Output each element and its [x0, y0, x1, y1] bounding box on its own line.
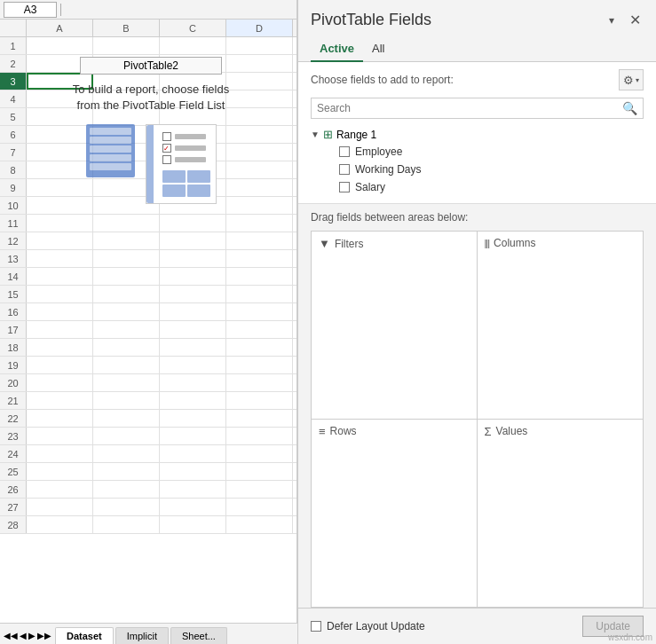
- search-icon: 🔍: [622, 101, 637, 115]
- columns-label: Columns: [494, 237, 535, 249]
- area-filters[interactable]: ▼ Filters: [312, 232, 478, 420]
- panel-body: Choose fields to add to report: ⚙ ▾ 🔍 ▼ …: [298, 62, 656, 608]
- gear-dropdown-arrow: ▾: [636, 76, 639, 84]
- panel-title: PivotTable Fields: [311, 11, 431, 29]
- grid-row-13: 13: [0, 250, 296, 268]
- rows-label: Rows: [330, 425, 357, 437]
- illus-cb-3: [162, 155, 171, 164]
- grid-row-25: 25: [0, 463, 296, 481]
- row-num-4: 4: [0, 90, 27, 107]
- panel-footer: Defer Layout Update Update: [298, 608, 656, 644]
- filters-label: Filters: [335, 238, 364, 250]
- sheet-tabs: ◀◀ ◀ ▶ ▶▶ Dataset Implicit Sheet...: [0, 623, 297, 644]
- panel-tabs: Active All: [298, 36, 656, 62]
- grid-row-22: 22: [0, 410, 296, 428]
- row-num-1: 1: [0, 37, 27, 54]
- columns-icon: |||: [485, 238, 490, 248]
- pivot-instruction: To build a report, choose fields from th…: [27, 82, 275, 114]
- area-columns-header: ||| Columns: [485, 237, 636, 249]
- panel-header-icons: ▾ ✕: [603, 12, 644, 29]
- table-grid-icon: ⊞: [323, 128, 333, 141]
- grid-row-14: 14: [0, 268, 296, 286]
- field-tree: ▼ ⊞ Range 1 Employee Working Days Salary: [311, 126, 644, 196]
- filters-icon: ▼: [319, 237, 330, 250]
- areas-grid: ▼ Filters ||| Columns ≡ Rows: [311, 231, 644, 608]
- defer-row: Defer Layout Update: [311, 620, 425, 632]
- formula-divider: [60, 4, 61, 16]
- grid-row-20: 20: [0, 374, 296, 392]
- search-input[interactable]: [317, 102, 622, 114]
- row-col-spacer: [0, 20, 27, 36]
- illus-table-icon: [86, 124, 135, 177]
- field-checkbox-salary[interactable]: [339, 182, 350, 192]
- sheet-tab-implicit[interactable]: Implicit: [115, 627, 169, 644]
- illus-cb-2: ✓: [162, 144, 171, 153]
- field-checkbox-workingdays[interactable]: [339, 164, 350, 175]
- col-header-a[interactable]: A: [27, 20, 93, 36]
- pivot-content-overlay: PivotTable2 To build a report, choose fi…: [27, 57, 275, 204]
- field-checkbox-employee[interactable]: [339, 146, 350, 157]
- panel-dropdown-btn[interactable]: ▾: [603, 12, 620, 29]
- illus-page-icon: ✓: [146, 124, 217, 204]
- tab-all[interactable]: All: [363, 36, 393, 62]
- sheet-tab-sheet[interactable]: Sheet...: [170, 627, 227, 644]
- fields-header: Choose fields to add to report: ⚙ ▾: [311, 69, 644, 90]
- area-values-header: Σ Values: [485, 425, 636, 438]
- grid-row-16: 16: [0, 303, 296, 321]
- values-label: Values: [496, 425, 528, 437]
- fields-section: Choose fields to add to report: ⚙ ▾ 🔍 ▼ …: [298, 62, 656, 204]
- defer-label: Defer Layout Update: [327, 620, 425, 632]
- tree-parent-label: Range 1: [336, 129, 376, 141]
- tree-item-workingdays: Working Days: [311, 161, 644, 178]
- col-header-b[interactable]: B: [93, 20, 160, 36]
- tree-item-salary: Salary: [311, 178, 644, 196]
- grid-row-18: 18: [0, 339, 296, 357]
- defer-checkbox[interactable]: [311, 621, 321, 632]
- watermark: wsxdn.com: [608, 632, 652, 642]
- field-name-salary: Salary: [355, 181, 385, 193]
- area-values[interactable]: Σ Values: [478, 420, 644, 608]
- cell-c1[interactable]: [160, 37, 226, 54]
- values-icon: Σ: [485, 425, 492, 438]
- cell-a1[interactable]: [27, 37, 93, 54]
- field-name-employee: Employee: [355, 145, 402, 158]
- area-rows-header: ≡ Rows: [319, 425, 470, 438]
- area-filters-header: ▼ Filters: [319, 237, 470, 250]
- areas-section: Drag fields between areas below: ▼ Filte…: [298, 204, 656, 608]
- col-header-d[interactable]: D: [226, 20, 293, 36]
- tree-expand-arrow: ▼: [311, 130, 320, 139]
- grid-row-15: 15: [0, 286, 296, 303]
- field-name-workingdays: Working Days: [355, 163, 421, 176]
- tab-scroll-arrows[interactable]: ◀◀ ◀ ▶ ▶▶: [0, 627, 55, 644]
- col-headers: A B C D: [0, 20, 296, 37]
- row-num-2: 2: [0, 55, 27, 72]
- search-box[interactable]: 🔍: [311, 98, 644, 119]
- sheet-tab-dataset[interactable]: Dataset: [55, 627, 114, 644]
- areas-drag-label: Drag fields between areas below:: [311, 211, 644, 224]
- fields-label: Choose fields to add to report:: [311, 74, 454, 86]
- panel-header: PivotTable Fields ▾ ✕: [298, 0, 656, 36]
- grid-row-28: 28: [0, 516, 296, 534]
- tab-active[interactable]: Active: [311, 36, 363, 62]
- grid-row-27: 27: [0, 499, 296, 516]
- pivot-table-title: PivotTable2: [80, 57, 222, 75]
- cell-d1[interactable]: [226, 37, 293, 54]
- gear-button[interactable]: ⚙ ▾: [619, 69, 644, 90]
- tree-parent-range1[interactable]: ▼ ⊞ Range 1: [311, 126, 644, 143]
- cell-b1[interactable]: [93, 37, 160, 54]
- area-columns[interactable]: ||| Columns: [478, 232, 644, 420]
- formula-input[interactable]: [65, 4, 293, 16]
- name-box[interactable]: [4, 2, 57, 18]
- spreadsheet-area: A B C D 1 2 3 4: [0, 0, 297, 644]
- tree-item-employee: Employee: [311, 143, 644, 161]
- formula-bar: [0, 0, 296, 20]
- grid-row-17: 17: [0, 321, 296, 339]
- area-rows[interactable]: ≡ Rows: [312, 420, 478, 608]
- rows-icon: ≡: [319, 425, 326, 438]
- row-num-3: 3: [0, 73, 27, 90]
- panel-close-btn[interactable]: ✕: [626, 12, 644, 29]
- grid-row-26: 26: [0, 481, 296, 499]
- col-header-c[interactable]: C: [160, 20, 226, 36]
- pivot-panel: PivotTable Fields ▾ ✕ Active All Choose …: [297, 0, 656, 644]
- grid-row-24: 24: [0, 445, 296, 463]
